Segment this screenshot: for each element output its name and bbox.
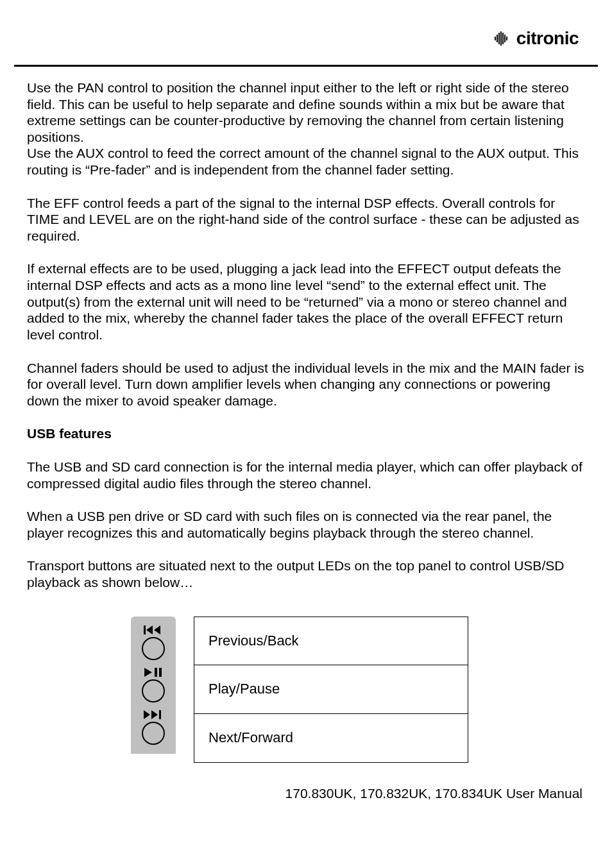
paragraph-pan: Use the PAN control to position the chan…: [27, 80, 585, 145]
paragraph-aux: Use the AUX control to feed the correct …: [27, 145, 585, 178]
skip-back-icon: [144, 624, 163, 636]
footer-text: 170.830UK, 170.832UK, 170.834UK User Man…: [285, 786, 582, 801]
transport-labels-table: Previous/Back Play/Pause Next/Forward: [194, 617, 468, 763]
svg-rect-3: [500, 31, 502, 46]
paragraph-external-effects: If external effects are to be used, plug…: [27, 260, 585, 343]
paragraph-usb-autoplay: When a USB pen drive or SD card with suc…: [27, 508, 585, 541]
paragraph-transport-intro: Transport buttons are situated next to t…: [27, 557, 585, 590]
label-previous: Previous/Back: [194, 617, 468, 665]
svg-marker-14: [151, 710, 158, 719]
section-heading-usb: USB features: [27, 425, 585, 442]
paragraph-faders: Channel faders should be used to adjust …: [27, 360, 585, 409]
brand-name: citronic: [516, 28, 579, 49]
paragraph-eff: The EFF control feeds a part of the sign…: [27, 195, 585, 244]
play-pause-button-diagram: [142, 667, 165, 709]
horizontal-rule: [14, 65, 598, 67]
transport-button-panel: [131, 617, 176, 754]
label-play: Play/Pause: [194, 665, 468, 714]
button-circle: [142, 679, 165, 702]
svg-marker-10: [144, 668, 152, 677]
button-circle: [142, 722, 165, 745]
next-button-diagram: [142, 709, 165, 751]
svg-rect-1: [497, 35, 498, 42]
play-pause-icon: [144, 667, 162, 678]
previous-button-diagram: [142, 624, 165, 667]
svg-rect-12: [159, 668, 162, 677]
svg-rect-2: [498, 33, 500, 44]
table-row: Previous/Back: [194, 617, 468, 665]
svg-marker-8: [146, 625, 153, 634]
svg-rect-0: [495, 37, 496, 40]
label-next: Next/Forward: [194, 714, 468, 763]
svg-rect-15: [159, 710, 161, 719]
skip-forward-icon: [144, 709, 163, 720]
button-circle: [142, 637, 165, 660]
svg-marker-9: [154, 625, 160, 634]
svg-rect-5: [504, 35, 506, 42]
svg-rect-7: [144, 625, 146, 634]
brand-logo: citronic: [495, 28, 579, 49]
svg-marker-13: [144, 710, 150, 719]
table-row: Play/Pause: [194, 665, 468, 714]
svg-rect-6: [506, 37, 507, 40]
paragraph-usb-sd: The USB and SD card connection is for th…: [27, 459, 585, 491]
table-row: Next/Forward: [194, 714, 468, 763]
svg-rect-4: [502, 33, 504, 44]
svg-rect-11: [155, 668, 157, 677]
waveform-icon: [495, 31, 513, 46]
